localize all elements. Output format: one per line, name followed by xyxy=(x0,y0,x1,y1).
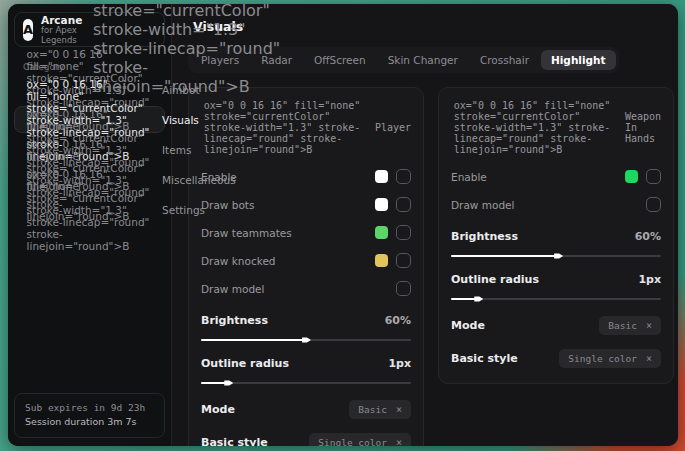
select-row: ModeBasic× xyxy=(451,315,661,336)
tab-crosshair[interactable]: Crosshair xyxy=(470,50,539,70)
toggle-label: Draw teammates xyxy=(201,227,292,239)
app-logo: A xyxy=(23,19,33,41)
panels-container: ox="0 0 16 16" fill="none" stroke="curre… xyxy=(188,87,674,446)
session-duration-text: Session duration 3m 7s xyxy=(25,415,154,430)
slider-label: Brightness xyxy=(451,230,518,243)
toggle-row: Draw knocked xyxy=(201,250,411,271)
slider-thumb[interactable] xyxy=(224,379,233,387)
sidebar-nav: ox="0 0 16 16" fill="none" stroke="curre… xyxy=(8,76,171,223)
wand-icon: ox="0 0 16 16" fill="none" stroke="curre… xyxy=(451,100,618,155)
slider-value: 1px xyxy=(638,273,661,286)
panel-header: ox="0 0 16 16" fill="none" stroke="curre… xyxy=(451,100,661,155)
sub-expiry-text: Sub expires in 9d 23h xyxy=(25,401,154,416)
select-label: Mode xyxy=(201,403,235,416)
app-window: A Arcane for Apex Legends ox="0 0 16 16"… xyxy=(8,4,678,446)
app-header-card: A Arcane for Apex Legends ox="0 0 16 16"… xyxy=(14,12,165,47)
toggle-label: Draw knocked xyxy=(201,255,276,267)
color-swatch[interactable] xyxy=(625,170,638,183)
sidebar-item-label: Items xyxy=(162,144,191,156)
tab-highlight[interactable]: Highlight xyxy=(541,50,616,70)
toggle-label: Draw bots xyxy=(201,199,254,211)
checkbox[interactable] xyxy=(396,225,411,240)
tag-chip-basic[interactable]: Basic× xyxy=(599,316,661,335)
tag-label: Single color xyxy=(318,437,387,446)
color-swatch[interactable] xyxy=(375,254,388,267)
checkbox[interactable] xyxy=(396,169,411,184)
remove-tag-icon[interactable]: × xyxy=(646,320,652,331)
slider-fill xyxy=(201,382,228,384)
slider-fill xyxy=(201,339,306,341)
slider-value: 60% xyxy=(635,230,661,243)
slider-thumb[interactable] xyxy=(474,295,483,303)
tag-chip-single-color[interactable]: Single color× xyxy=(559,349,661,368)
sidebar-item-label: Miscellaneous xyxy=(162,174,236,186)
remove-tag-icon[interactable]: × xyxy=(396,404,402,415)
toggle-label: Enable xyxy=(451,171,487,183)
panel-header: ox="0 0 16 16" fill="none" stroke="curre… xyxy=(201,100,411,155)
slider-label-row: Brightness60% xyxy=(201,310,411,331)
sidebar-item-settings[interactable]: ox="0 0 16 16" fill="none" stroke="curre… xyxy=(14,196,165,223)
color-swatch[interactable] xyxy=(375,170,388,183)
toggle-row: Draw model xyxy=(201,278,411,299)
remove-tag-icon[interactable]: × xyxy=(646,353,652,364)
sidebar: A Arcane for Apex Legends ox="0 0 16 16"… xyxy=(8,4,172,446)
slider-outline-radius[interactable] xyxy=(201,379,411,387)
slider-label: Brightness xyxy=(201,314,268,327)
tag-label: Basic xyxy=(608,320,637,331)
slider-brightness[interactable] xyxy=(201,336,411,344)
slider-value: 1px xyxy=(388,357,411,370)
slider-thumb[interactable] xyxy=(302,336,311,344)
slider-thumb[interactable] xyxy=(554,252,563,260)
select-row: ModeBasic× xyxy=(201,399,411,420)
toggle-row: Draw model xyxy=(451,194,661,215)
slider-label-row: Outline radius1px xyxy=(201,353,411,374)
tag-chip-single-color[interactable]: Single color× xyxy=(309,433,411,446)
checkbox[interactable] xyxy=(396,281,411,296)
session-card: Sub expires in 9d 23h Session duration 3… xyxy=(14,393,165,438)
panel-player: ox="0 0 16 16" fill="none" stroke="curre… xyxy=(188,87,424,446)
slider-value: 60% xyxy=(385,314,411,327)
checkbox[interactable] xyxy=(396,197,411,212)
sidebar-item-label: Visuals xyxy=(162,114,199,126)
slider-label-row: Outline radius1px xyxy=(451,269,661,290)
select-row: Basic styleSingle color× xyxy=(201,432,411,446)
checkbox[interactable] xyxy=(646,169,661,184)
select-row: Basic styleSingle color× xyxy=(451,348,661,369)
slider-outline-radius[interactable] xyxy=(451,295,661,303)
slider-label-row: Brightness60% xyxy=(451,226,661,247)
tab-skin-changer[interactable]: Skin Changer xyxy=(378,50,468,70)
toggle-row: Draw bots xyxy=(201,194,411,215)
sidebar-item-label: Settings xyxy=(162,204,205,216)
slider-label: Outline radius xyxy=(451,273,539,286)
panel-weapon-in-hands: ox="0 0 16 16" fill="none" stroke="curre… xyxy=(438,87,674,384)
select-label: Basic style xyxy=(201,436,268,446)
slider-fill xyxy=(451,298,478,300)
color-swatch[interactable] xyxy=(375,198,388,211)
slider-brightness[interactable] xyxy=(451,252,661,260)
checkbox[interactable] xyxy=(646,197,661,212)
checkbox[interactable] xyxy=(396,253,411,268)
slider-label: Outline radius xyxy=(201,357,289,370)
color-swatch[interactable] xyxy=(375,226,388,239)
toggle-label: Draw model xyxy=(451,199,514,211)
toggle-row: Enable xyxy=(451,166,661,187)
app-subtitle: for Apex Legends xyxy=(41,26,82,46)
slider-fill xyxy=(451,255,558,257)
panel-title: Weapon In Hands xyxy=(625,111,661,144)
tag-label: Basic xyxy=(358,404,387,415)
wand-icon: ox="0 0 16 16" fill="none" stroke="curre… xyxy=(201,100,368,155)
tag-label: Single color xyxy=(568,353,637,364)
tag-chip-basic[interactable]: Basic× xyxy=(349,400,411,419)
select-label: Basic style xyxy=(451,352,518,365)
remove-tag-icon[interactable]: × xyxy=(396,437,402,446)
panel-title: Player xyxy=(375,122,411,133)
select-label: Mode xyxy=(451,319,485,332)
app-name: Arcane xyxy=(41,14,82,26)
gear-icon: ox="0 0 16 16" fill="none" stroke="curre… xyxy=(24,168,153,252)
toggle-label: Draw model xyxy=(201,283,264,295)
toggle-row: Draw teammates xyxy=(201,222,411,243)
tab-offscreen[interactable]: OffScreen xyxy=(304,50,376,70)
sidebar-item-label: Aimbot xyxy=(162,84,200,96)
